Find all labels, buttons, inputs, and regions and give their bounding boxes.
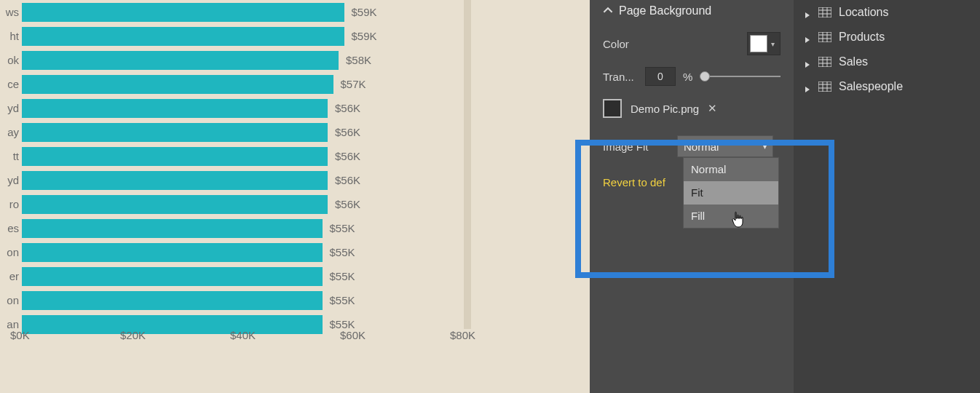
image-file-name: Demo Pic.png [631,103,699,115]
bar[interactable] [22,27,344,46]
svg-rect-15 [818,82,831,92]
bar-value-label: $55K [330,222,355,234]
clear-image-button[interactable]: ✕ [708,102,717,115]
bar-row: ok$58K [0,48,481,72]
svg-rect-10 [818,57,831,67]
dropdown-option-fit[interactable]: Fit [684,181,778,205]
expand-triangle-icon[interactable] [804,58,811,66]
field-table-locations[interactable]: Locations [794,0,980,25]
image-fit-selected-value: Normal [684,140,719,153]
bar-category-label: yd [0,174,22,186]
field-table-salespeople[interactable]: Salespeople [794,74,980,99]
bar-value-label: $59K [352,6,377,18]
bar-value-label: $55K [330,270,355,282]
bar-category-label: on [0,294,22,306]
bar-row: ht$59K [0,24,481,48]
color-picker[interactable]: ▾ [747,32,781,55]
expand-triangle-icon[interactable] [804,9,811,16]
bar-chart[interactable]: ws$59Kht$59Kok$58Kce$57Kyd$56Kay$56Ktt$5… [0,0,481,336]
revert-to-default-link[interactable]: Revert to def [590,166,681,199]
bar-value-label: $59K [352,30,377,42]
chevron-down-icon: ▾ [767,40,778,48]
chevron-down-icon: ▾ [763,143,767,151]
bar-category-label: yd [0,102,22,114]
svg-rect-0 [818,7,831,17]
bar-category-label: ro [0,198,22,210]
bar[interactable] [22,171,328,190]
image-fit-label: Image Fit [603,140,668,153]
field-table-label: Salespeople [839,80,903,93]
report-canvas[interactable]: ws$59Kht$59Kok$58Kce$57Kyd$56Kay$56Ktt$5… [0,0,590,393]
color-label: Color [603,38,629,50]
bar-category-label: ws [0,6,22,18]
x-axis-tick: $40K [230,329,256,341]
bar-category-label: on [0,246,22,258]
section-page-background[interactable]: Page Background [590,0,794,25]
format-panel: Page Background Color ▾ Tran... 0 % Demo… [590,0,794,393]
bar-category-label: er [0,270,22,282]
bar[interactable] [22,219,323,238]
image-thumbnail[interactable] [603,99,622,118]
bar-value-label: $58K [346,54,371,66]
bar[interactable] [22,75,333,94]
chart-guide-line [464,0,471,329]
bar[interactable] [22,291,323,310]
bar[interactable] [22,315,323,334]
bar[interactable] [22,123,328,142]
image-fit-select[interactable]: Normal ▾ [677,135,773,157]
bar-row: ro$56K [0,192,481,216]
transparency-slider[interactable] [700,69,781,84]
slider-thumb[interactable] [700,71,710,82]
field-table-products[interactable]: Products [794,25,980,49]
bar-category-label: ht [0,30,22,42]
slider-track [700,76,781,77]
bar[interactable] [22,51,339,70]
field-table-sales[interactable]: Sales [794,49,980,74]
bar[interactable] [22,267,323,286]
bar[interactable] [22,147,328,166]
property-color: Color ▾ [590,25,794,63]
bar-value-label: $56K [335,126,360,138]
color-swatch-preview [750,35,767,52]
bar-row: es$55K [0,216,481,240]
table-icon [818,82,831,92]
bar-category-label: tt [0,150,22,162]
bar-value-label: $57K [341,78,366,90]
bar-category-label: es [0,222,22,234]
bar-row: on$55K [0,240,481,264]
bar-row: tt$56K [0,144,481,168]
bar-row: ay$56K [0,120,481,144]
table-icon [818,32,831,42]
bar[interactable] [22,3,344,22]
x-axis-tick: $20K [120,329,146,341]
bar-value-label: $55K [330,294,355,306]
bar[interactable] [22,195,328,214]
bar-category-label: ce [0,78,22,90]
bar-row: yd$56K [0,168,481,192]
bar-row: on$55K [0,288,481,312]
x-axis-tick: $60K [340,329,365,341]
transparency-input[interactable]: 0 [645,67,676,86]
bar-row: er$55K [0,264,481,288]
bar[interactable] [22,99,328,118]
x-axis-tick: $0K [10,329,30,341]
fields-panel: LocationsProductsSalesSalespeople [794,0,980,393]
expand-triangle-icon[interactable] [804,33,811,41]
expand-triangle-icon[interactable] [804,83,811,90]
field-table-label: Products [839,31,885,44]
property-image-file: Demo Pic.png ✕ [590,90,794,127]
field-table-label: Sales [839,55,868,68]
dropdown-option-normal[interactable]: Normal [684,158,778,181]
bar-row: ce$57K [0,72,481,96]
bar-value-label: $56K [335,102,360,114]
property-transparency: Tran... 0 % [590,63,794,90]
transparency-label: Tran... [603,71,638,83]
bar[interactable] [22,243,323,262]
property-image-fit: Image Fit Normal ▾ NormalFitFill [590,127,794,166]
table-icon [818,57,831,67]
bar-value-label: $55K [330,246,355,258]
transparency-unit: % [683,71,692,83]
bar-value-label: $56K [335,150,360,162]
bar-value-label: $56K [335,174,360,186]
chevron-up-icon [603,5,613,15]
